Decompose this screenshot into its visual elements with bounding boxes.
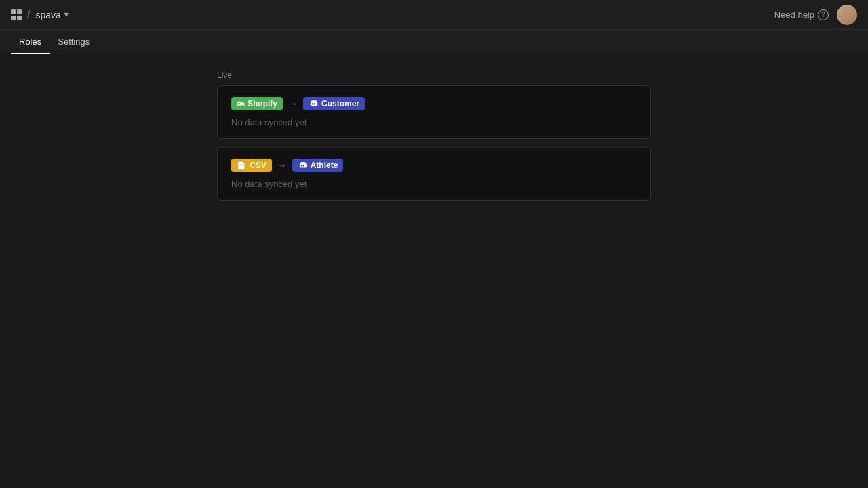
sync-card-shopify-customer[interactable]: 🛍 Shopify → Customer No data synced yet [217, 85, 651, 139]
help-icon: ? [818, 9, 829, 20]
shopify-source-badge: 🛍 Shopify [231, 97, 283, 110]
customer-dest-badge: Customer [303, 97, 365, 110]
discord-icon [309, 99, 318, 108]
live-section: Live 🛍 Shopify → Customer No data synced… [217, 70, 651, 209]
tab-settings[interactable]: Settings [50, 30, 98, 54]
need-help-button[interactable]: Need help ? [774, 9, 829, 20]
discord-icon-2 [298, 161, 307, 170]
sync-card-csv-athlete[interactable]: 📄 CSV → Athlete No data synced yet [217, 147, 651, 201]
arrow-icon-2: → [277, 160, 287, 171]
csv-file-icon: 📄 [237, 161, 246, 170]
section-label: Live [217, 70, 651, 80]
chevron-down-icon [64, 13, 69, 16]
no-data-text-2: No data synced yet [231, 179, 637, 189]
user-avatar[interactable] [837, 5, 857, 25]
athlete-dest-badge: Athlete [292, 159, 344, 172]
tab-bar: Roles Settings [0, 30, 868, 54]
tab-roles[interactable]: Roles [11, 30, 50, 54]
top-navigation: / spava Need help ? [0, 0, 868, 30]
arrow-icon: → [288, 98, 298, 109]
sync-header: 🛍 Shopify → Customer [231, 97, 637, 110]
no-data-text: No data synced yet [231, 117, 637, 127]
breadcrumb-separator: / [27, 9, 30, 21]
shopify-icon: 🛍 [237, 100, 244, 108]
csv-source-badge: 📄 CSV [231, 159, 272, 172]
main-content: Live 🛍 Shopify → Customer No data synced… [0, 54, 868, 225]
project-name[interactable]: spava [35, 9, 68, 20]
sync-header-csv: 📄 CSV → Athlete [231, 159, 637, 172]
app-grid-icon[interactable] [11, 9, 22, 20]
nav-left: / spava [11, 9, 69, 21]
nav-right: Need help ? [774, 5, 857, 25]
